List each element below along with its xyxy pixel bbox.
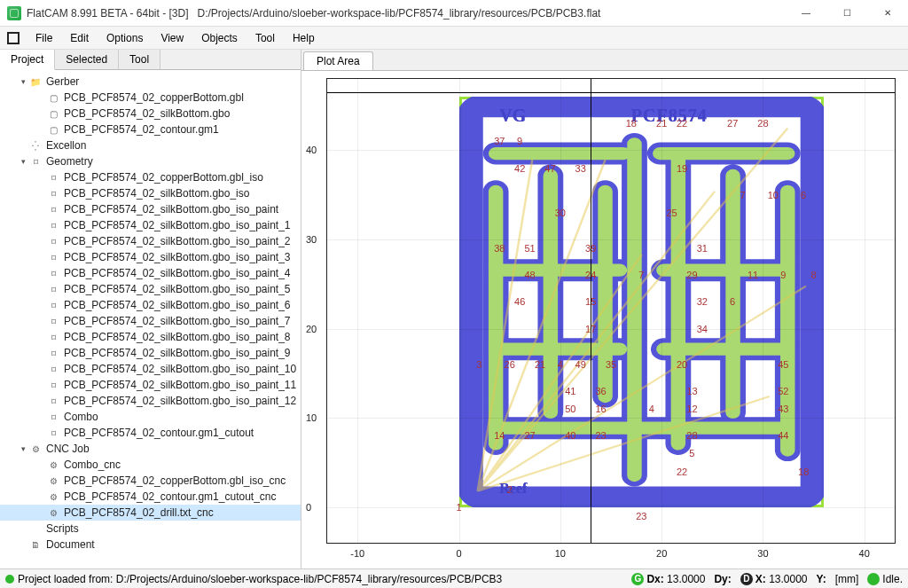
tree-label: PCB_PCF8574_02_copperBottom.gbl [62, 91, 244, 104]
drill-label: 25 [666, 208, 677, 218]
minimize-button[interactable]: — [786, 0, 826, 27]
tree-label: PCB_PCF8574_02_silkBottom.gbo_iso_paint_… [62, 315, 291, 327]
drill-icon: ⁛ [28, 141, 43, 151]
tree-caret-icon[interactable]: ▾ [18, 77, 28, 86]
file-icon: 📁 [28, 77, 43, 87]
tree-item[interactable]: ⚙PCB_PCF8574_02_contour.gm1_cutout_cnc [0, 489, 301, 505]
drill-label: 46 [514, 296, 525, 307]
tab-tool[interactable]: Tool [119, 50, 160, 69]
tree-item[interactable]: ⌑PCB_PCF8574_02_copperBottom.gbl_iso [0, 169, 301, 185]
tree-item[interactable]: ⌑PCB_PCF8574_02_silkBottom.gbo_iso_paint… [0, 329, 301, 345]
tree-item[interactable]: ⌑PCB_PCF8574_02_contour.gm1_cutout [0, 425, 301, 441]
tree-item[interactable]: ⁛Excellon [0, 137, 301, 153]
drill-label: 36 [595, 386, 606, 396]
menu-options[interactable]: Options [98, 28, 152, 48]
drill-label: 45 [778, 359, 788, 370]
drill-label: 5 [689, 448, 694, 459]
tree-item[interactable]: ⌑PCB_PCF8574_02_silkBottom.gbo_iso_paint… [0, 393, 301, 409]
geom-icon: ⌑ [46, 205, 60, 215]
tree-item[interactable]: ⌑PCB_PCF8574_02_silkBottom.gbo_iso_paint… [0, 233, 301, 249]
tree-item[interactable]: ▾⌑Geometry [0, 153, 301, 169]
menu-objects[interactable]: Objects [192, 28, 247, 48]
tree-item[interactable]: ⌑Combo [0, 409, 301, 425]
drill-label: 4 [649, 404, 654, 414]
silk-text-pcf: PCF8574 [631, 106, 708, 126]
x-tick: 30 [757, 548, 768, 559]
menu-help[interactable]: Help [284, 28, 324, 48]
geom-icon: ⌑ [46, 253, 60, 263]
tree-item[interactable]: ▢PCB_PCF8574_02_silkBottom.gbo [0, 106, 301, 122]
tree-item[interactable]: ⌑PCB_PCF8574_02_silkBottom.gbo_iso_paint… [0, 281, 301, 297]
tree-item[interactable]: ⌑PCB_PCF8574_02_silkBottom.gbo_iso_paint… [0, 265, 301, 281]
tree-item[interactable]: ⌑PCB_PCF8574_02_silkBottom.gbo_iso [0, 185, 301, 201]
tree-label: Scripts [44, 522, 79, 535]
tree-label: Combo [62, 411, 98, 423]
tree-item[interactable]: ⌑PCB_PCF8574_02_silkBottom.gbo_iso_paint… [0, 217, 301, 233]
tree-item[interactable]: ⌑PCB_PCF8574_02_silkBottom.gbo_iso_paint… [0, 345, 301, 361]
drill-label: 23 [595, 430, 606, 441]
x-tick: 10 [555, 548, 566, 559]
status-ok-icon [5, 575, 14, 584]
menu-file[interactable]: File [27, 28, 61, 48]
tree-caret-icon[interactable]: ▾ [18, 157, 28, 166]
maximize-button[interactable]: ☐ [826, 0, 867, 27]
drill-label: 18 [626, 118, 637, 129]
tree-item[interactable]: ⚙Combo_cnc [0, 457, 301, 473]
tree-label: PCB_PCF8574_02_silkBottom.gbo_iso_paint_… [62, 283, 291, 295]
gerber-icon: ▢ [46, 125, 60, 135]
drill-label: 3 [476, 359, 481, 370]
tree-item[interactable]: ▢PCB_PCF8574_02_contour.gm1 [0, 122, 301, 137]
x-tick: 20 [656, 548, 667, 559]
menubar: File Edit Options View Objects Tool Help [0, 27, 908, 50]
close-button[interactable]: ✕ [867, 0, 908, 27]
drill-label: 31 [697, 243, 708, 254]
tab-project[interactable]: Project [0, 50, 55, 70]
y-tick: 30 [306, 234, 317, 245]
tab-plot-area[interactable]: Plot Area [303, 51, 373, 70]
drill-label: 49 [575, 359, 586, 370]
drill-label: 19 [677, 163, 687, 174]
tree-item[interactable]: ⌑PCB_PCF8574_02_silkBottom.gbo_iso_paint… [0, 313, 301, 329]
tree-item[interactable]: ▢PCB_PCF8574_02_copperBottom.gbl [0, 90, 301, 106]
x-tick: 0 [457, 548, 462, 559]
menu-tool[interactable]: Tool [247, 28, 284, 48]
plot-canvas[interactable]: VG PCF8574 Reef -10010203040010203040379… [301, 71, 908, 568]
tree-item[interactable]: ⌑PCB_PCF8574_02_silkBottom.gbo_iso_paint… [0, 297, 301, 313]
project-tree[interactable]: ▾📁Gerber▢PCB_PCF8574_02_copperBottom.gbl… [0, 70, 301, 568]
drill-label: 30 [555, 208, 566, 218]
x-tick: 40 [859, 548, 870, 559]
tree-item[interactable]: ⚙PCB_PCF8574_02_copperBottom.gbl_iso_cnc [0, 473, 301, 489]
status-y: Y: [817, 573, 826, 585]
status-dy: Dy: [714, 573, 731, 585]
geom-icon: ⌑ [46, 237, 60, 247]
tree-item[interactable]: 🗎Document [0, 537, 301, 553]
drill-label: 17 [585, 324, 596, 334]
tab-selected[interactable]: Selected [55, 50, 119, 69]
cnc-icon: ⚙ [28, 444, 43, 454]
tree-item[interactable]: ⌑PCB_PCF8574_02_silkBottom.gbo_iso_paint… [0, 377, 301, 393]
tree-item[interactable]: ⌑PCB_PCF8574_02_silkBottom.gbo_iso_paint… [0, 249, 301, 265]
menu-edit[interactable]: Edit [61, 28, 98, 48]
drill-label: 41 [565, 386, 575, 396]
drill-label: 33 [575, 163, 586, 174]
tree-item[interactable]: Scripts [0, 521, 301, 537]
drill-label: 47 [544, 163, 555, 174]
tree-item[interactable]: ⌑PCB_PCF8574_02_silkBottom.gbo_iso_paint… [0, 361, 301, 377]
cnc-icon: ⚙ [46, 476, 60, 486]
tree-label: PCB_PCF8574_02_copperBottom.gbl_iso_cnc [62, 474, 286, 487]
app-menu-icon[interactable] [7, 32, 20, 44]
tree-item[interactable]: ⚙PCB_PCF8574_02_drill.txt_cnc [0, 505, 301, 521]
geom-icon: ⌑ [46, 285, 60, 294]
drill-label: 29 [686, 270, 697, 280]
menu-view[interactable]: View [152, 28, 192, 48]
geom-icon: ⌑ [28, 157, 43, 167]
tree-label: PCB_PCF8574_02_silkBottom.gbo [62, 107, 230, 120]
tree-item[interactable]: ▾⚙CNC Job [0, 441, 301, 457]
tree-item[interactable]: ▾📁Gerber [0, 74, 301, 90]
tree-caret-icon[interactable]: ▾ [18, 444, 28, 453]
drill-label: 12 [686, 404, 697, 414]
drill-label: 39 [585, 243, 596, 254]
tree-item[interactable]: ⌑PCB_PCF8574_02_silkBottom.gbo_iso_paint [0, 201, 301, 217]
app-icon [7, 6, 21, 20]
drill-label: 15 [585, 296, 596, 307]
